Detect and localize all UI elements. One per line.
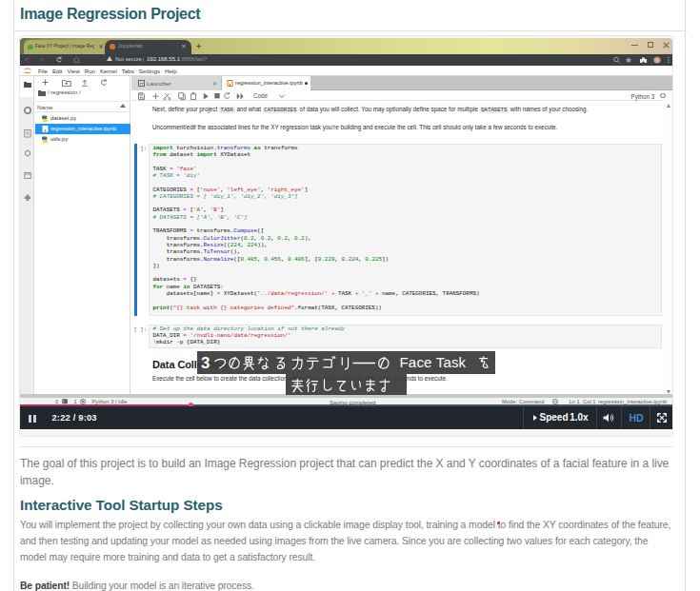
svg-text:Code: Code <box>253 92 269 99</box>
svg-text:Python 3: Python 3 <box>631 92 655 100</box>
svg-text:3: 3 <box>201 354 210 372</box>
svg-text:Face Task: Face Task <box>399 354 466 370</box>
